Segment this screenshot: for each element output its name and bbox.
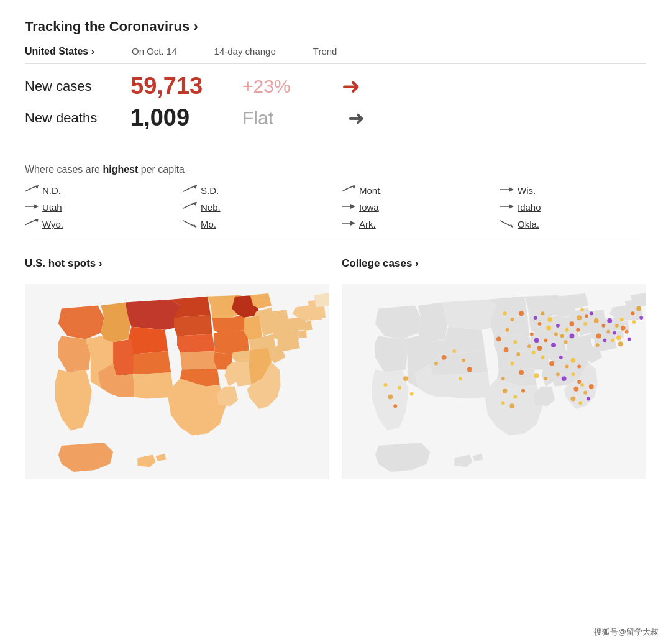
svg-point-182 xyxy=(501,401,505,405)
college-cases-map[interactable]: College cases › xyxy=(342,257,646,487)
svg-point-113 xyxy=(442,355,447,360)
college-cases-map-svg xyxy=(342,276,646,487)
state-name-label[interactable]: Okla. xyxy=(518,219,539,229)
college-cases-title[interactable]: College cases › xyxy=(342,257,646,270)
svg-point-115 xyxy=(462,359,465,362)
state-trend-arrow xyxy=(183,202,197,213)
svg-point-109 xyxy=(384,383,388,387)
new-cases-change: +23% xyxy=(242,76,342,97)
state-name-label[interactable]: Idaho xyxy=(518,202,541,213)
svg-marker-102 xyxy=(631,293,647,308)
state-item[interactable]: Wis. xyxy=(500,185,646,196)
svg-point-158 xyxy=(570,397,575,402)
new-deaths-value: 1,009 xyxy=(130,104,242,131)
svg-point-179 xyxy=(513,395,517,399)
maps-section: U.S. hot spots › xyxy=(25,257,646,487)
highest-section: Where cases are highest per capita N.D.S… xyxy=(25,164,646,242)
mt-state xyxy=(126,300,180,330)
state-trend-arrow xyxy=(500,219,514,229)
svg-point-110 xyxy=(403,376,408,381)
state-name-label[interactable]: S.D. xyxy=(201,185,219,196)
state-name-label[interactable]: Wyo. xyxy=(42,219,63,229)
new-cases-row: New cases 59,713 +23% ➜ xyxy=(25,73,646,99)
svg-point-155 xyxy=(589,384,594,389)
state-item[interactable]: Mont. xyxy=(342,185,488,196)
state-trend-arrow xyxy=(183,185,197,196)
svg-marker-53 xyxy=(314,293,330,308)
svg-point-114 xyxy=(452,349,456,353)
svg-point-119 xyxy=(506,328,509,332)
svg-point-111 xyxy=(410,392,414,396)
svg-point-131 xyxy=(560,334,564,338)
svg-point-197 xyxy=(503,311,507,315)
state-item[interactable]: Ark. xyxy=(342,219,488,229)
svg-line-6 xyxy=(342,188,348,191)
state-item[interactable]: S.D. xyxy=(183,185,329,196)
mo-state xyxy=(214,330,249,354)
svg-line-20 xyxy=(25,222,31,225)
state-name-label[interactable]: N.D. xyxy=(42,185,61,196)
svg-point-187 xyxy=(537,346,542,351)
svg-line-28 xyxy=(500,221,506,224)
svg-point-196 xyxy=(510,318,514,321)
svg-point-168 xyxy=(628,337,631,341)
change-label: 14-day change xyxy=(214,46,276,57)
svg-point-121 xyxy=(504,347,509,352)
svg-point-160 xyxy=(607,318,612,323)
wy-state xyxy=(129,327,168,354)
svg-point-195 xyxy=(519,311,524,316)
state-item[interactable]: Iowa xyxy=(342,202,488,213)
state-name-label[interactable]: Ark. xyxy=(359,219,376,229)
svg-line-3 xyxy=(183,188,189,191)
svg-point-142 xyxy=(559,356,563,359)
state-item[interactable]: Wyo. xyxy=(25,219,171,229)
state-name-label[interactable]: Neb. xyxy=(201,202,221,213)
svg-point-170 xyxy=(611,338,614,342)
state-item[interactable]: Neb. xyxy=(183,202,329,213)
sd-state xyxy=(174,315,212,336)
state-name-label[interactable]: Wis. xyxy=(518,185,536,196)
new-cases-value: 59,713 xyxy=(130,73,242,99)
svg-marker-19 xyxy=(509,204,514,209)
svg-point-178 xyxy=(503,389,508,393)
state-name-label[interactable]: Mont. xyxy=(359,185,383,196)
state-trend-arrow xyxy=(25,185,39,196)
state-name-label[interactable]: Iowa xyxy=(359,202,379,213)
svg-point-159 xyxy=(601,324,605,328)
svg-point-112 xyxy=(434,362,438,366)
svg-point-161 xyxy=(615,324,619,328)
state-item[interactable]: Mo. xyxy=(183,219,329,229)
state-trend-arrow xyxy=(342,219,355,229)
state-item[interactable]: Idaho xyxy=(500,202,646,213)
svg-point-147 xyxy=(562,376,567,381)
svg-point-141 xyxy=(549,361,554,366)
svg-point-151 xyxy=(534,373,539,378)
state-item[interactable]: Okla. xyxy=(500,219,646,229)
svg-line-13 xyxy=(183,205,189,208)
state-name-label[interactable]: Mo. xyxy=(201,219,216,229)
svg-point-120 xyxy=(513,340,517,344)
svg-point-116 xyxy=(467,367,472,372)
svg-point-146 xyxy=(556,372,560,376)
state-item[interactable]: N.D. xyxy=(25,185,171,196)
svg-point-165 xyxy=(606,330,610,334)
svg-point-150 xyxy=(544,377,547,380)
svg-marker-10 xyxy=(509,187,514,192)
svg-point-190 xyxy=(580,308,584,311)
svg-point-177 xyxy=(596,343,600,347)
svg-point-162 xyxy=(620,318,624,321)
new-deaths-trend-arrow: ➜ xyxy=(348,106,365,130)
svg-point-154 xyxy=(583,391,587,395)
svg-point-143 xyxy=(565,365,569,369)
svg-point-189 xyxy=(594,318,599,323)
hotspots-map[interactable]: U.S. hot spots › xyxy=(25,257,329,487)
svg-point-188 xyxy=(590,311,593,315)
svg-point-166 xyxy=(616,336,621,341)
state-item[interactable]: Utah xyxy=(25,202,171,213)
svg-point-152 xyxy=(573,387,578,392)
country-label[interactable]: United States › xyxy=(25,46,94,57)
tracking-title[interactable]: Tracking the Coronavirus › xyxy=(25,19,646,35)
state-name-label[interactable]: Utah xyxy=(42,202,62,213)
hotspots-title[interactable]: U.S. hot spots › xyxy=(25,257,329,270)
svg-point-174 xyxy=(639,316,643,320)
